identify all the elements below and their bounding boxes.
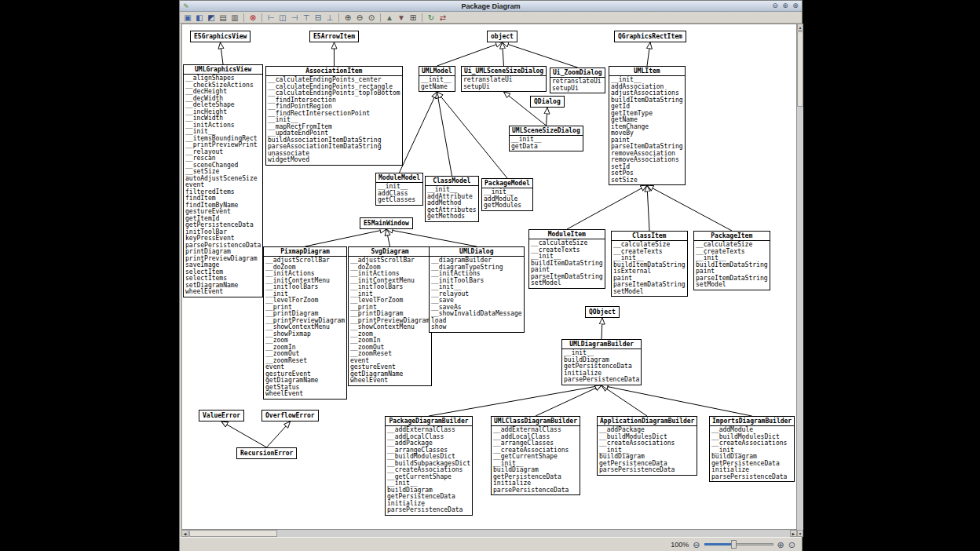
class-name: ValueError	[199, 411, 243, 421]
class-name: SvgDiagram	[349, 247, 431, 257]
class-box-overflowerror[interactable]: OverflowError	[261, 410, 319, 421]
decrease-size-icon[interactable]: ▼	[396, 13, 407, 23]
horizontal-scrollbar-thumb[interactable]	[189, 530, 277, 537]
class-name: E5GraphicsView	[191, 31, 250, 42]
class-name: ImportsDiagramBuilder	[710, 417, 794, 426]
align-hcenter-icon[interactable]: ◫	[277, 13, 288, 23]
titlebar[interactable]: ✎ Package Diagram ⊖ ⊕ ⊗	[180, 1, 802, 12]
class-box-umldiagrambuilder[interactable]: UMLDiagramBuilder__init__buildDiagramget…	[561, 339, 642, 385]
scroll-right-icon[interactable]: ▶	[790, 530, 797, 537]
class-name: UMLModel	[419, 67, 455, 76]
class-box-applicationdiagrambuilder[interactable]: ApplicationDiagramBuilder__addPackage__b…	[597, 416, 697, 476]
class-box-importsdiagrambuilder[interactable]: ImportsDiagramBuilder__addModule__buildM…	[709, 416, 795, 482]
class-member-list: __init__buildDiagramgetPersistenceDatain…	[562, 349, 641, 385]
print-icon[interactable]: ▤	[218, 13, 229, 23]
increase-size-icon[interactable]: ▲	[384, 13, 395, 23]
class-name: ModuleModel	[376, 173, 422, 183]
class-member: getMethods	[427, 213, 477, 221]
scroll-left-icon[interactable]: ◀	[181, 530, 188, 537]
class-box-recursionerror[interactable]: RecursionError	[236, 447, 297, 459]
save-image-icon[interactable]: ◩	[206, 13, 217, 23]
scroll-up-icon[interactable]: ▲	[797, 24, 803, 31]
class-box-ui_zoomdialog[interactable]: Ui_ZoomDialogretranslateUisetupUi	[550, 68, 605, 93]
class-name: UMLDiagramBuilder	[562, 340, 641, 349]
class-member: setModel	[613, 289, 686, 296]
class-member-list: __alignShapes__checkSizeActions__decHeig…	[184, 75, 262, 297]
class-box-umlgraphicsview[interactable]: UMLGraphicsView__alignShapes__checkSizeA…	[183, 64, 263, 297]
class-box-packageitem[interactable]: PackageItem__calculateSize__createTexts_…	[693, 231, 770, 290]
zoom-slider[interactable]	[704, 539, 773, 549]
save-as-icon[interactable]: ◧	[194, 13, 205, 23]
class-box-umlclassdiagrambuilder[interactable]: UMLClassDiagramBuilder__addExternalClass…	[491, 416, 580, 495]
class-name: PackageDiagramBuilder	[386, 417, 472, 426]
relayout-icon[interactable]: ↻	[426, 13, 437, 23]
toolbar-separator	[380, 13, 381, 22]
zoom-slider-handle[interactable]	[731, 540, 737, 549]
class-member: getClasses	[378, 197, 421, 204]
class-box-classmodel[interactable]: ClassModel__init__addAttributeaddMethodg…	[425, 176, 479, 222]
zoom-in-icon[interactable]: ⊕	[342, 13, 353, 23]
align-right-icon[interactable]: ⊣	[289, 13, 300, 23]
class-box-e5arrowitem[interactable]: E5ArrowItem	[309, 31, 359, 42]
class-box-modulemodel[interactable]: ModuleModel__init__addClassgetClasses	[375, 173, 423, 206]
class-box-packagemodel[interactable]: PackageModel__init__addModulegetModules	[481, 178, 533, 211]
class-member: setupUi	[463, 84, 544, 91]
class-name: UMLGraphicsView	[184, 65, 262, 75]
align-bottom-icon[interactable]: ⊥	[324, 13, 335, 23]
class-box-umlitem[interactable]: UMLItem__init__addAssociationadjustAssoc…	[609, 66, 686, 185]
class-name: UMLItem	[609, 67, 685, 76]
scroll-down-icon[interactable]: ▼	[797, 530, 803, 537]
class-name: PackageModel	[482, 179, 532, 188]
class-box-moduleitem[interactable]: ModuleItem__calculateSize__createTexts__…	[528, 229, 605, 289]
close-diagram-icon[interactable]: ⊗	[247, 13, 258, 23]
rescan-icon[interactable]: ⇄	[437, 13, 448, 23]
diagram-canvas[interactable]: E5GraphicsViewE5ArrowItemobjectQGraphics…	[182, 24, 796, 529]
class-name: PackageItem	[694, 232, 770, 241]
align-top-icon[interactable]: ⊤	[301, 13, 312, 23]
class-box-qgraphicsrectitem[interactable]: QGraphicsRectItem	[614, 31, 686, 42]
zoom-out-icon[interactable]: ⊖	[354, 13, 365, 23]
class-member-list: __calculateEndingPoints_center__calculat…	[266, 76, 402, 165]
class-box-qobject[interactable]: QObject	[585, 306, 620, 318]
set-size-icon[interactable]: ⊞	[408, 13, 419, 23]
class-box-pixmapdiagram[interactable]: PixmapDiagram__adjustScrollBar__doZoom__…	[263, 246, 347, 400]
class-box-svgdiagram[interactable]: SvgDiagram__adjustScrollBar__doZoom__ini…	[348, 246, 432, 386]
class-box-e5graphicsview[interactable]: E5GraphicsView	[190, 31, 250, 42]
vertical-scrollbar-thumb[interactable]	[797, 31, 803, 107]
class-box-ui_umlscenesizedialog[interactable]: Ui_UMLSceneSizeDialogretranslateUisetupU…	[461, 66, 547, 92]
save-icon[interactable]: ▣	[182, 13, 193, 23]
class-member: widgetMoved	[268, 157, 400, 164]
class-box-classitem[interactable]: ClassItem__calculateSize__createTexts__i…	[611, 231, 688, 297]
class-box-umldialog[interactable]: UMLDialog__diagramBuilder__diagramTypeSt…	[429, 246, 525, 333]
class-box-associationitem[interactable]: AssociationItem__calculateEndingPoints_c…	[265, 66, 403, 166]
diagram-viewport[interactable]: E5GraphicsViewE5ArrowItemobjectQGraphics…	[181, 24, 797, 530]
class-member-list: __calculateSize__createTexts__init__buil…	[612, 241, 687, 296]
zoom-in-button[interactable]: ⊕	[777, 540, 784, 549]
class-box-object[interactable]: object	[487, 31, 517, 42]
class-name: PixmapDiagram	[264, 247, 346, 257]
class-box-umlmodel[interactable]: UMLModel__init__getName	[419, 66, 455, 92]
horizontal-scrollbar[interactable]: ◀ ▶	[181, 530, 797, 537]
vertical-scrollbar[interactable]: ▲ ▼	[797, 24, 803, 537]
maximize-button[interactable]: ⊕	[781, 2, 790, 10]
class-box-packagediagrambuilder[interactable]: PackageDiagramBuilder__addExternalClass_…	[385, 416, 473, 516]
minimize-button[interactable]: ⊖	[770, 2, 780, 10]
zoom-reset-icon[interactable]: ⊙	[366, 13, 377, 23]
class-box-qdialog[interactable]: QDialog	[530, 96, 565, 108]
window-title: Package Diagram	[180, 2, 802, 10]
class-box-umlscenesizedialog[interactable]: UMLSceneSizeDialog__init__getData	[509, 126, 583, 151]
align-left-icon[interactable]: ⊢	[265, 13, 276, 23]
zoom-reset-button[interactable]: ⊙	[788, 540, 795, 549]
class-member-list: __calculateSize__createTexts__init__buil…	[529, 239, 605, 288]
class-box-e5mainwindow[interactable]: E5MainWindow	[360, 217, 413, 229]
zoom-out-button[interactable]: ⊖	[693, 540, 700, 549]
class-member-list: __init__addClassgetClasses	[376, 183, 422, 205]
class-member-list: __init__getData	[510, 136, 583, 151]
class-name: ClassItem	[612, 232, 687, 241]
class-name: Ui_UMLSceneSizeDialog	[462, 67, 546, 76]
class-box-valueerror[interactable]: ValueError	[199, 410, 244, 421]
close-button[interactable]: ⊗	[791, 2, 800, 10]
align-vcenter-icon[interactable]: ⊟	[313, 13, 324, 23]
app-window: ✎ Package Diagram ⊖ ⊕ ⊗ ▣◧◩▤▥⊗⊢◫⊣⊤⊟⊥⊕⊖⊙▲…	[179, 0, 803, 551]
print-preview-icon[interactable]: ▥	[229, 13, 240, 23]
